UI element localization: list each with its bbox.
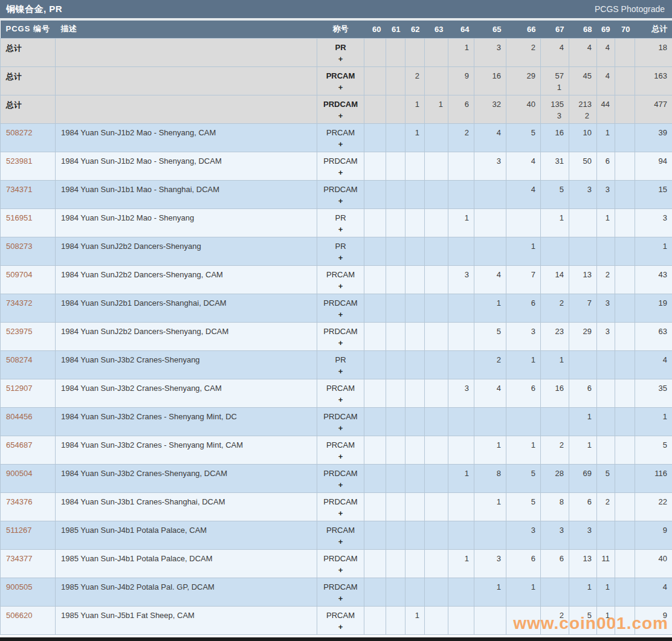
description-cell: 1984 Yuan Sun-J3b2 Cranes - Shenyang Min… [56, 436, 317, 464]
description-cell: 1984 Yuan SunJ2b2 Dancers-Shenyang, DCAM [56, 322, 317, 350]
grade-64-cell: 6 [448, 95, 474, 123]
description-cell: 1985 Yuan Sun-J4b2 Potala Pal. GP, DCAM [56, 578, 317, 606]
pcgs-number-link[interactable]: 734377 [6, 554, 32, 563]
pcgs-number-cell: 804456 [1, 407, 56, 436]
expand-plus-button[interactable]: + [317, 54, 364, 63]
pcgs-number-link[interactable]: 512907 [6, 384, 32, 393]
grade-64-cell [448, 294, 474, 322]
grade-60-cell [364, 379, 386, 407]
grade-67-cell [541, 407, 569, 436]
pcgs-number-cell: 900504 [1, 464, 56, 492]
grade-61-cell [386, 379, 405, 407]
table-row: 5082741984 Yuan Sun-J3b2 Cranes-Shenyang… [1, 350, 672, 379]
pcgs-number-link[interactable]: 900504 [6, 469, 32, 478]
grade-64-cell: 1 [448, 208, 474, 237]
grade-69-cell [597, 350, 615, 379]
grade-count: 2 [597, 270, 610, 279]
pcgs-number-link[interactable]: 523981 [6, 156, 32, 166]
expand-plus-button[interactable]: + [317, 253, 364, 262]
grade-60-cell [364, 549, 386, 578]
table-row: 5097041984 Yuan SunJ2b2 Dancers-Shenyang… [1, 265, 672, 294]
grade-count: 32 [474, 100, 501, 109]
pcgs-number-link[interactable]: 508274 [6, 355, 32, 364]
designation-cell: PRCAM+ [317, 265, 364, 294]
expand-plus-button[interactable]: + [317, 168, 364, 177]
table-row: 5112671985 Yuan Sun-J4b1 Potala Palace, … [1, 521, 672, 549]
grade-70-cell [615, 38, 635, 66]
expand-plus-button[interactable]: + [317, 452, 364, 461]
grade-count: 1 [448, 469, 469, 478]
expand-plus-button[interactable]: + [317, 367, 364, 376]
grade-62-cell [405, 208, 425, 237]
grade-67-cell: 6 [541, 549, 569, 578]
expand-plus-button[interactable]: + [317, 509, 364, 518]
expand-plus-button[interactable]: + [317, 83, 364, 92]
pcgs-number-link[interactable]: 506620 [6, 611, 32, 620]
grade-count: 2 [597, 497, 610, 506]
designation-label: PRCAM [317, 270, 364, 279]
pcgs-number-link[interactable]: 734376 [6, 497, 32, 506]
pcgs-number-link[interactable]: 654687 [6, 440, 32, 449]
designation-cell: PRCAM+ [317, 606, 364, 634]
expand-plus-button[interactable]: + [317, 395, 364, 404]
totals-row: 总计PRDCAM+11632401353213244477 [1, 95, 672, 123]
grade-count: 1 [597, 128, 610, 137]
grade-64-cell [448, 237, 474, 265]
expand-plus-button[interactable]: + [317, 140, 364, 149]
pcgs-number-link[interactable]: 804456 [6, 412, 32, 421]
pcgs-number-cell: 654687 [1, 436, 56, 464]
grade-count: 1 [569, 412, 592, 421]
grade-62-cell [405, 38, 425, 66]
grade-count: 3 [569, 185, 592, 194]
expand-plus-button[interactable]: + [317, 282, 364, 291]
grade-64-cell [448, 407, 474, 436]
expand-plus-button[interactable]: + [317, 424, 364, 433]
expand-plus-button[interactable]: + [317, 310, 364, 319]
pcgs-number-link[interactable]: 511267 [6, 526, 31, 535]
expand-plus-button[interactable]: + [317, 196, 364, 205]
pcgs-number-link[interactable]: 508272 [6, 128, 32, 137]
grade-count: 1 [506, 440, 535, 449]
designation-cell: PR+ [317, 208, 364, 237]
expand-plus-button[interactable]: + [317, 565, 364, 575]
expand-plus-button[interactable]: + [317, 338, 364, 347]
expand-plus-button[interactable]: + [317, 111, 364, 120]
expand-plus-button[interactable]: + [317, 480, 364, 489]
grade-66-cell: 5 [506, 464, 541, 492]
pcgs-number-link[interactable]: 900505 [6, 582, 32, 591]
pcgs-number-link[interactable]: 516951 [6, 213, 32, 222]
grade-66-cell: 6 [506, 549, 541, 578]
grade-64-cell [448, 578, 474, 606]
row-total-cell: 4 [635, 578, 672, 606]
expand-plus-button[interactable]: + [317, 622, 364, 631]
description-cell: 1984 Yuan Sun-J3b2 Cranes-Shenyang, DCAM [56, 464, 317, 492]
grade-67-cell: 23 [541, 322, 569, 350]
row-total-cell: 1 [635, 407, 672, 436]
grade-plus-count: 1 [541, 83, 564, 92]
grade-62-cell [405, 237, 425, 265]
grade-65-cell: 1 [474, 294, 506, 322]
grade-68-cell: 5 [569, 606, 597, 634]
table-row: 7343771985 Yuan Sun-J4b1 Potala Palace, … [1, 549, 672, 578]
grade-65-cell: 1 [474, 578, 506, 606]
expand-plus-button[interactable]: + [317, 594, 364, 603]
designation-cell: PRDCAM+ [317, 578, 364, 606]
pcgs-number-link[interactable]: 509704 [6, 270, 32, 279]
grade-60-cell [364, 152, 386, 180]
grade-66-cell: 4 [506, 180, 541, 208]
pcgs-number-link[interactable]: 508273 [6, 242, 32, 251]
description-cell: 1984 Yuan SunJ2b2 Dancers-Shenyang, CAM [56, 265, 317, 294]
grade-70-cell [615, 549, 635, 578]
designation-cell: PRCAM+ [317, 379, 364, 407]
photograde-link[interactable]: PCGS Photograde [595, 4, 665, 14]
grade-count: 1 [448, 213, 469, 222]
grade-68-cell: 45 [569, 66, 597, 95]
grade-70-cell [615, 521, 635, 549]
pcgs-number-link[interactable]: 734371 [6, 185, 32, 194]
expand-plus-button[interactable]: + [317, 537, 364, 546]
grade-61-cell [386, 38, 405, 66]
pcgs-number-link[interactable]: 734372 [6, 298, 32, 308]
pcgs-number-link[interactable]: 523975 [6, 327, 32, 336]
grade-count: 31 [541, 156, 564, 166]
expand-plus-button[interactable]: + [317, 225, 364, 234]
